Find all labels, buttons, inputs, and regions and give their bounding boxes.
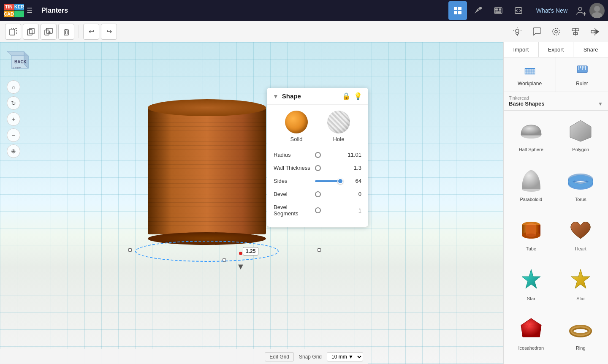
export-button[interactable]: Export [539,42,574,57]
tinkercad-logo[interactable]: TIN KER CAD [0,0,21,21]
shape-thumb-tube [518,217,545,244]
shape-thumb-heart [567,217,594,244]
lib-name: Basic Shapes [509,101,545,107]
shape-label-icosahedron: Icosahedron [518,345,544,350]
undo-button[interactable]: ↩ [83,24,99,40]
edit-grid-button[interactable]: Edit Grid [265,352,294,361]
shape-item-torus[interactable]: Torus [557,164,605,212]
rotate-view-button[interactable]: ↻ [7,96,20,110]
right-panel: Import Export Share [503,42,608,364]
add-user-button[interactable] [573,0,589,21]
fit-view-button[interactable]: ⊕ [7,144,20,158]
shape-item-star-teal[interactable]: Star [507,263,555,311]
solid-option[interactable]: Solid [285,111,308,142]
sides-slider[interactable] [315,180,343,182]
toolbar: ↩ ↪ [0,21,608,42]
grid-view-icon[interactable] [448,1,467,20]
topbar: TIN KER CAD ☰ Planters [0,0,608,21]
menu-icon[interactable]: ☰ [21,0,38,21]
duplicate-button[interactable] [41,24,57,40]
bevel-segments-radio[interactable] [315,207,321,213]
panel-lock-button[interactable]: 🔒 [342,92,350,100]
snap-grid-label: Snap Grid [299,354,322,360]
hole-option[interactable]: Hole [327,111,350,142]
handle-left[interactable] [128,248,132,252]
home-view-button[interactable]: ⌂ [7,80,20,94]
import-button[interactable]: Import [504,42,539,57]
shape-panel-header: ▼ Shape 🔒 💡 [267,88,368,105]
shape-item-icosahedron[interactable]: Icosahedron [507,312,555,361]
wall-thickness-property: Wall Thickness 1.3 [267,161,368,174]
shape-item-paraboloid[interactable]: Paraboloid [507,164,555,212]
shape-label-star-teal: Star [527,296,535,301]
shapes-grid: Half Sphere Polygon [504,111,608,364]
svg-text:BACK: BACK [14,60,27,64]
bevel-value: 0 [347,191,361,197]
zoom-in-button[interactable]: + [7,112,20,126]
shape-item-heart[interactable]: Heart [557,213,605,261]
wall-thickness-label: Wall Thickness [274,165,312,171]
svg-point-66 [526,234,536,237]
svg-point-28 [553,28,559,35]
workplane-label: Workplane [518,81,542,87]
panel-collapse-button[interactable]: ▼ [273,93,279,100]
sides-slider-container [315,180,343,182]
shape-item-polygon[interactable]: Polygon [557,114,605,162]
redo-button[interactable]: ↪ [101,24,117,40]
project-name[interactable]: Planters [41,7,68,14]
panel-light-button[interactable]: 💡 [354,92,362,100]
svg-marker-68 [571,269,590,288]
bevel-radio[interactable] [315,191,321,197]
align-icon[interactable] [567,24,584,40]
copy-button[interactable] [23,24,39,40]
code-icon[interactable] [509,1,528,20]
light-icon[interactable] [509,24,525,40]
share-button[interactable]: Share [573,42,608,57]
radius-radio[interactable] [315,152,321,158]
svg-rect-7 [499,8,501,11]
view-cube[interactable]: BACK LEFT [5,47,35,77]
lib-header: Tinkercad Basic Shapes ▼ [504,92,608,111]
shape-thumb-icosahedron [518,316,545,343]
snap-grid-select[interactable]: 10 mm ▼ 1 mm 5 mm 25 mm [327,352,363,361]
shape-item-star-yellow[interactable]: Star [557,263,605,311]
mirror-icon[interactable] [587,24,603,40]
wall-thickness-value: 1.3 [347,165,361,171]
new-object-button[interactable] [5,24,21,40]
drop-arrow: ▼ [236,262,245,272]
shape-panel-title: Shape [282,92,339,100]
svg-point-23 [516,29,519,33]
viewport[interactable]: BACK LEFT ⌂ ↻ + − ⊕ [0,42,503,364]
shape-label-star-yellow: Star [576,296,585,301]
workplane-button[interactable]: Workplane [504,57,556,92]
zoom-out-button[interactable]: − [7,128,20,142]
svg-rect-6 [495,8,498,11]
svg-rect-3 [458,11,461,14]
svg-marker-67 [522,269,540,288]
lib-select[interactable]: Basic Shapes ▼ [509,101,603,107]
shape-item-tube[interactable]: Tube [507,213,555,261]
delete-button[interactable] [58,24,74,40]
solid-label: Solid [290,136,303,142]
circle-icon[interactable] [548,24,564,40]
gallery-icon[interactable] [489,1,508,20]
whats-new-button[interactable]: What's New [531,0,573,21]
shape-item-ring[interactable]: Ring [557,312,605,361]
wp-ruler-row: Workplane Ruler [504,57,608,92]
shape-thumb-paraboloid [518,167,545,194]
ruler-label: Ruler [576,81,588,87]
shape-item-half-sphere[interactable]: Half Sphere [507,114,555,162]
ruler-button[interactable]: Ruler [556,57,608,92]
handle-right[interactable] [318,248,321,252]
svg-rect-2 [454,11,457,14]
shape-label-polygon: Polygon [572,147,589,152]
avatar[interactable] [589,3,605,18]
shape-label-half-sphere: Half Sphere [519,147,543,152]
workplane-icon [523,62,537,79]
svg-point-4 [479,7,482,9]
3d-shape[interactable] [148,108,266,239]
sides-value: 64 [347,178,361,184]
build-icon[interactable] [469,1,487,20]
wall-thickness-radio[interactable] [315,165,321,171]
chat-icon[interactable] [529,24,545,40]
